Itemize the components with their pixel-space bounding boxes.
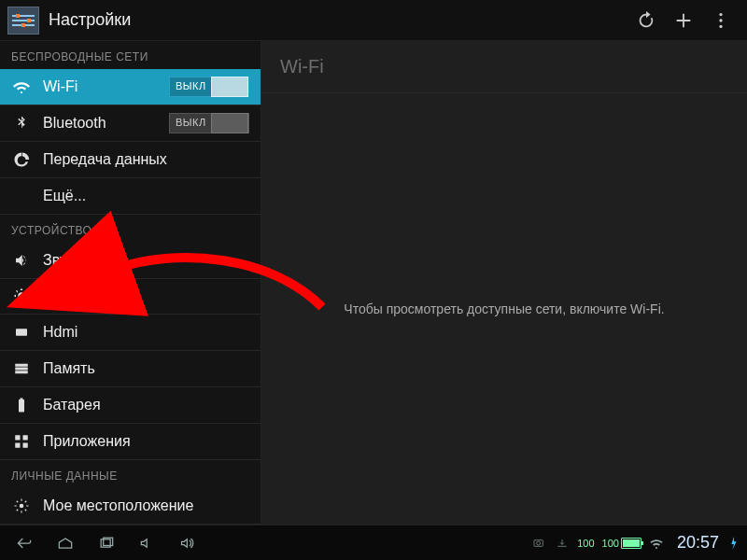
status-battery-pct: 100: [602, 538, 619, 549]
bluetooth-icon: [11, 115, 32, 132]
charging-icon: [726, 537, 741, 550]
refresh-button[interactable]: [627, 2, 665, 39]
download-status-icon: [555, 537, 570, 550]
action-bar: Настройки: [0, 0, 747, 41]
battery-icon: [11, 397, 32, 413]
volume-up-button[interactable]: [170, 529, 207, 557]
refresh-icon: [636, 10, 656, 31]
svg-point-8: [20, 504, 24, 509]
sidebar-item-label: Мое местоположение: [43, 497, 249, 514]
section-wireless: БЕСПРОВОДНЫЕ СЕТИ: [0, 41, 261, 69]
toggle-state-label: ВЫКЛ: [176, 80, 206, 91]
camera-status-icon: [532, 537, 547, 550]
status-signal-pct: 100: [577, 538, 594, 549]
wifi-status-icon: [649, 537, 664, 550]
section-personal: ЛИЧНЫЕ ДАННЫЕ: [0, 460, 261, 488]
sidebar-item-label: Ещё...: [43, 188, 249, 204]
brightness-icon: [11, 287, 32, 304]
toggle-state-label: ВЫКЛ: [176, 117, 206, 128]
content-pane: Wi-Fi Чтобы просмотреть доступные сети, …: [261, 41, 747, 525]
sidebar-item-display[interactable]: Экран: [0, 279, 261, 315]
add-button[interactable]: [665, 2, 702, 39]
svg-rect-5: [23, 435, 28, 440]
sidebar-item-apps[interactable]: Приложения: [0, 424, 261, 460]
sidebar-item-battery[interactable]: Батарея: [0, 387, 261, 424]
sidebar-item-label: Hdmi: [43, 324, 249, 341]
wifi-off-message: Чтобы просмотреть доступные сети, включи…: [344, 301, 664, 316]
sidebar-item-label: Память: [43, 360, 249, 377]
plus-icon: [673, 10, 694, 31]
data-usage-icon: [11, 151, 32, 168]
sidebar-item-sound[interactable]: Звук: [0, 243, 261, 279]
battery-status: 100: [602, 538, 641, 549]
svg-rect-3: [16, 329, 27, 337]
sidebar-item-location[interactable]: Мое местоположение: [0, 488, 261, 525]
back-button[interactable]: [6, 529, 43, 557]
sidebar-item-storage[interactable]: Память: [0, 351, 261, 387]
sidebar-item-label: Wi-Fi: [43, 78, 169, 95]
svg-point-12: [537, 541, 541, 545]
sidebar-item-hdmi[interactable]: Hdmi: [0, 315, 261, 351]
status-clock[interactable]: 20:57: [677, 533, 719, 553]
settings-app-icon: [7, 7, 39, 35]
sidebar-item-bluetooth[interactable]: Bluetooth ВЫКЛ: [0, 105, 261, 142]
overflow-menu-button[interactable]: [702, 2, 740, 39]
apps-icon: [11, 433, 32, 450]
section-device: УСТРОЙСТВО: [0, 215, 261, 243]
sidebar-item-label: Передача данных: [43, 151, 249, 168]
content-title: Wi-Fi: [261, 41, 747, 93]
settings-sidebar: БЕСПРОВОДНЫЕ СЕТИ Wi-Fi ВЫКЛ Bluetooth В…: [0, 41, 261, 525]
sound-icon: [11, 252, 32, 269]
svg-point-2: [719, 24, 722, 27]
system-nav-bar: 100 100 20:57: [0, 525, 747, 560]
sidebar-item-label: Экран: [43, 287, 249, 304]
sidebar-item-label: Батарея: [43, 397, 249, 413]
svg-point-1: [719, 19, 722, 21]
sidebar-item-label: Приложения: [43, 433, 249, 450]
svg-point-0: [719, 12, 722, 15]
volume-down-button[interactable]: [129, 529, 166, 557]
sidebar-item-data-usage[interactable]: Передача данных: [0, 142, 261, 178]
bluetooth-toggle[interactable]: ВЫКЛ: [169, 113, 249, 133]
home-button[interactable]: [47, 529, 84, 557]
sidebar-item-label: Звук: [43, 252, 249, 269]
wifi-icon: [11, 78, 32, 95]
hdmi-icon: [11, 324, 32, 341]
overflow-icon: [711, 10, 731, 31]
wifi-toggle[interactable]: ВЫКЛ: [169, 77, 249, 97]
svg-rect-6: [15, 443, 20, 448]
recent-apps-button[interactable]: [88, 529, 125, 557]
location-icon: [11, 497, 32, 514]
sidebar-item-more[interactable]: Ещё...: [0, 178, 261, 215]
svg-rect-4: [15, 435, 20, 440]
svg-rect-7: [23, 443, 28, 448]
action-bar-title: Настройки: [49, 10, 131, 30]
storage-icon: [11, 360, 32, 377]
sidebar-item-label: Bluetooth: [43, 115, 169, 132]
sidebar-item-wifi[interactable]: Wi-Fi ВЫКЛ: [0, 69, 261, 105]
